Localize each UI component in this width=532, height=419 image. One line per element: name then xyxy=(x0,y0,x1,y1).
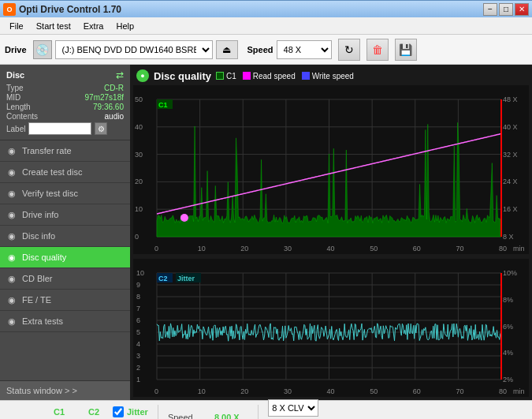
menu-start-test[interactable]: Start test xyxy=(30,20,77,32)
disc-quality-title: Disc quality xyxy=(154,70,211,82)
disc-length-row: Length 79:36.60 xyxy=(6,103,124,111)
chart-bottom-wrapper xyxy=(133,259,529,397)
speed-stat-label: Speed xyxy=(168,413,211,420)
status-window-button[interactable]: Status window > > xyxy=(0,380,130,400)
nav-verify-test-disc[interactable]: ◉ Verify test disc xyxy=(0,183,130,204)
divider-2 xyxy=(258,405,259,420)
speed-stat-value: 8.00 X xyxy=(214,413,240,420)
nav-label-transfer: Transfer rate xyxy=(22,146,72,155)
disc-header: Disc ⇄ xyxy=(6,69,124,80)
nav-fe-te[interactable]: ◉ FE / TE xyxy=(0,290,130,311)
nav-drive-info[interactable]: ◉ Drive info xyxy=(0,204,130,226)
disc-contents-row: Contents audio xyxy=(6,112,124,121)
clear-button[interactable]: 🗑 xyxy=(366,39,389,61)
jitter-header-group: Jitter xyxy=(113,406,148,417)
legend-write-label: Write speed xyxy=(312,72,354,80)
legend-read: Read speed xyxy=(243,72,296,80)
drive-label: Drive xyxy=(5,45,27,54)
label-input[interactable] xyxy=(28,122,91,135)
nav-create-test-disc[interactable]: ◉ Create test disc xyxy=(0,162,130,183)
left-panel: Disc ⇄ Type CD-R MID 97m27s18f Length 79… xyxy=(0,65,130,400)
nav-label-verify: Verify test disc xyxy=(22,189,78,198)
chart-legend: C1 Read speed Write speed xyxy=(216,72,354,80)
drive-select-container: 💿 (J:) BENQ DVD DD DW1640 BSRB ⏏ xyxy=(33,40,238,59)
nav-transfer-rate[interactable]: ◉ Transfer rate xyxy=(0,140,130,162)
mid-label: MID xyxy=(6,93,20,102)
speed-label: Speed xyxy=(247,45,273,54)
nav-icon-verify: ◉ xyxy=(6,188,17,199)
disc-type-row: Type CD-R xyxy=(6,84,124,92)
chart-top-wrapper xyxy=(133,85,529,254)
titlebar: O Opti Drive Control 1.70 − □ ✕ xyxy=(0,0,532,17)
app-icon: O xyxy=(3,3,16,16)
nav-icon-quality: ◉ xyxy=(6,252,17,263)
nav-label-drive: Drive info xyxy=(22,210,58,219)
status-window-label: Status window > > xyxy=(6,386,77,395)
chart-container xyxy=(133,85,529,397)
right-stats-section: Speed 8.00 X Position 79:35.00 Samples 4… xyxy=(162,413,255,420)
menu-file[interactable]: File xyxy=(3,20,30,32)
disc-info-section: Disc ⇄ Type CD-R MID 97m27s18f Length 79… xyxy=(0,65,130,140)
legend-c1-dot xyxy=(216,72,224,80)
disc-title: Disc xyxy=(6,70,24,80)
stats-bar: C1 C2 Jitter Avg 8.32 0.00 6.4% Max 46 0… xyxy=(0,400,532,419)
nav-label-disc: Disc info xyxy=(22,231,55,241)
c2-header: C2 xyxy=(78,407,110,417)
settings-button[interactable]: 💾 xyxy=(395,39,417,61)
legend-write-dot xyxy=(302,72,310,80)
legend-write: Write speed xyxy=(302,72,354,80)
nav-label-extra: Extra tests xyxy=(22,316,63,326)
jitter-header: Jitter xyxy=(127,407,148,417)
refresh-button[interactable]: ↻ xyxy=(338,39,360,61)
speed-row: Speed 8.00 X xyxy=(168,413,248,420)
nav-cd-bler[interactable]: ◉ CD Bler xyxy=(0,268,130,290)
toolbar: Drive 💿 (J:) BENQ DVD DD DW1640 BSRB ⏏ S… xyxy=(0,35,532,65)
menu-help[interactable]: Help xyxy=(110,20,140,32)
c1-header: C1 xyxy=(43,407,75,417)
c1-chart xyxy=(133,85,529,254)
drive-icon: 💿 xyxy=(33,40,52,59)
nav-icon-transfer: ◉ xyxy=(6,145,17,156)
nav-extra-tests[interactable]: ◉ Extra tests xyxy=(0,311,130,332)
nav-label-quality: Disc quality xyxy=(22,253,66,262)
nav-icon-fete: ◉ xyxy=(6,294,17,305)
menu-extra[interactable]: Extra xyxy=(77,20,110,32)
length-value: 79:36.60 xyxy=(93,103,124,111)
c2-jitter-chart xyxy=(133,259,529,397)
jitter-checkbox[interactable] xyxy=(113,406,124,417)
drive-select[interactable]: (J:) BENQ DVD DD DW1640 BSRB xyxy=(55,40,213,59)
stats-header-row: C1 C2 Jitter xyxy=(13,406,148,417)
nav-menu: ◉ Transfer rate ◉ Create test disc ◉ Ver… xyxy=(0,140,130,380)
nav-icon-bler: ◉ xyxy=(6,273,17,284)
minimize-button[interactable]: − xyxy=(483,3,497,16)
nav-label-fete: FE / TE xyxy=(22,295,51,305)
length-label: Length xyxy=(6,103,31,111)
titlebar-left: O Opti Drive Control 1.70 xyxy=(3,3,121,16)
right-panel: ● Disc quality C1 Read speed Write speed xyxy=(130,65,532,400)
close-button[interactable]: ✕ xyxy=(515,3,529,16)
gear-icon[interactable]: ⚙ xyxy=(95,122,107,135)
divider-1 xyxy=(158,405,158,420)
clv-select[interactable]: 8 X CLV xyxy=(268,399,318,417)
nav-disc-quality[interactable]: ◉ Disc quality xyxy=(0,247,130,268)
mid-value: 97m27s18f xyxy=(85,93,124,102)
speed-select[interactable]: 48 X xyxy=(277,40,332,59)
nav-icon-extra: ◉ xyxy=(6,316,17,327)
contents-label: Contents xyxy=(6,112,38,121)
titlebar-controls: − □ ✕ xyxy=(483,3,529,16)
nav-icon-create: ◉ xyxy=(6,166,17,178)
legend-c1: C1 xyxy=(216,72,236,80)
nav-disc-info[interactable]: ◉ Disc info xyxy=(0,226,130,247)
disc-mid-row: MID 97m27s18f xyxy=(6,93,124,102)
nav-label-create: Create test disc xyxy=(22,167,82,177)
maximize-button[interactable]: □ xyxy=(499,3,513,16)
action-buttons-section: 8 X CLV Start full Start part xyxy=(262,399,324,420)
disc-quality-header: ● Disc quality C1 Read speed Write speed xyxy=(133,68,529,84)
disc-refresh-icon[interactable]: ⇄ xyxy=(116,69,124,80)
nav-label-bler: CD Bler xyxy=(22,274,53,283)
nav-icon-drive: ◉ xyxy=(6,209,17,220)
eject-button[interactable]: ⏏ xyxy=(216,40,238,59)
menubar: File Start test Extra Help xyxy=(0,17,532,35)
titlebar-title: Opti Drive Control 1.70 xyxy=(19,4,121,15)
disc-label-row: Label ⚙ xyxy=(6,122,124,135)
